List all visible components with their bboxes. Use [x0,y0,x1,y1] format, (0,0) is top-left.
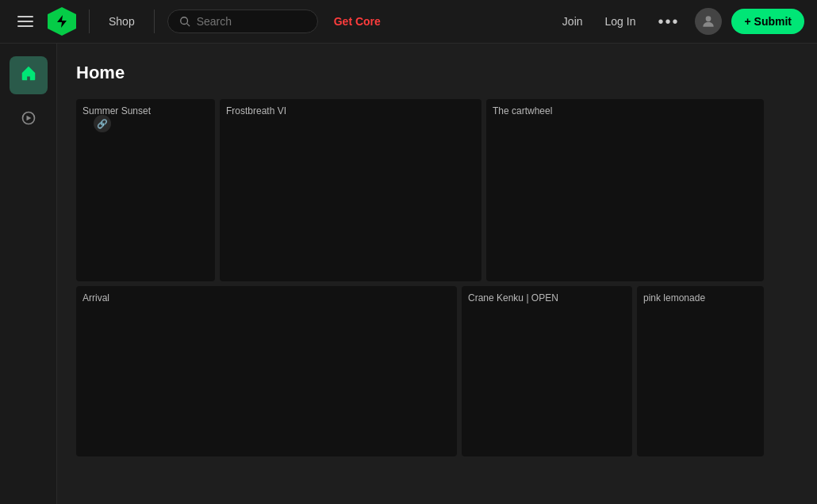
link-badge-summer-sunset: 🔗 [94,115,111,132]
join-link[interactable]: Join [556,12,589,31]
gallery-item-pink-lemonade[interactable]: pink lemonade [637,286,764,456]
shop-link[interactable]: Shop [102,12,141,31]
gallery-grid: Summer Sunset 🔗 Frostbreath VI The cartw… [76,99,798,456]
search-icon [179,16,190,27]
gallery-item-frostbreath[interactable]: Frostbreath VI [220,99,481,281]
item-label-pink-lemonade: pink lemonade [643,292,705,304]
gallery-item-crane-kenku[interactable]: Crane Kenku | OPEN [462,286,632,456]
item-label-cartwheel: The cartwheel [493,105,552,116]
item-label-frostbreath: Frostbreath VI [226,105,286,116]
more-options-button[interactable]: ••• [651,10,685,34]
gallery-item-arrival[interactable]: Arrival [76,286,457,456]
nav-divider-1 [89,10,90,33]
site-logo[interactable] [48,7,76,36]
item-label-summer-sunset: Summer Sunset [82,105,151,116]
hamburger-menu[interactable] [13,11,38,32]
submit-button[interactable]: + Submit [731,9,804,34]
navbar: Shop Get Core Join Log In ••• + Submit [0,0,817,44]
get-core-link[interactable]: Get Core [334,15,381,28]
svg-line-1 [186,24,190,27]
login-link[interactable]: Log In [599,12,642,31]
app-body: Home Summer Sunset 🔗 Frostbreath VI The … [0,44,817,504]
main-content: Home Summer Sunset 🔗 Frostbreath VI The … [57,44,817,504]
search-bar[interactable] [167,10,318,33]
item-label-arrival: Arrival [82,292,109,304]
sidebar [0,44,57,504]
page-title: Home [76,63,798,83]
sidebar-item-home[interactable] [10,56,48,94]
gallery-item-summer-sunset[interactable]: Summer Sunset 🔗 [76,99,215,281]
gallery-item-cartwheel[interactable]: The cartwheel [486,99,764,281]
nav-divider-2 [154,10,155,33]
sidebar-item-watch[interactable] [10,101,48,139]
watch-icon [21,110,36,130]
svg-point-0 [180,17,187,25]
gallery-row2: Arrival Crane Kenku | OPEN pink lemonade [76,286,764,456]
item-label-crane-kenku: Crane Kenku | OPEN [468,292,558,304]
home-icon [20,64,37,86]
user-avatar[interactable] [695,8,722,35]
svg-point-2 [706,16,712,21]
search-input[interactable] [197,15,300,28]
